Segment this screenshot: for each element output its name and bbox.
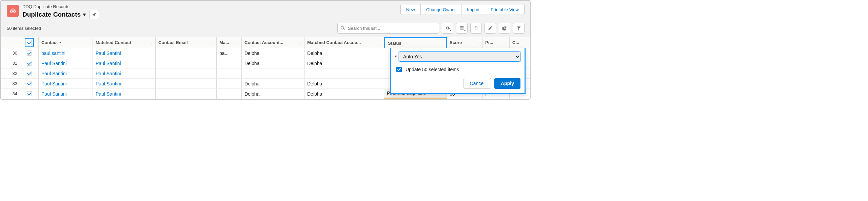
row-number: 32 — [13, 71, 17, 76]
update-selected-label: Update 50 selected items — [406, 67, 459, 72]
status-select[interactable]: Auto Yes — [399, 52, 520, 62]
col-menu-icon[interactable] — [440, 42, 444, 47]
sort-desc-icon — [59, 42, 62, 43]
matched-contact-link[interactable]: Paul Santini — [96, 81, 121, 86]
email-cell — [156, 89, 217, 99]
ma-cell — [217, 58, 242, 68]
app-icon — [7, 5, 19, 17]
select-all-checkbox[interactable] — [27, 40, 32, 45]
search-input[interactable] — [347, 25, 439, 31]
contact-link[interactable]: Paul Santini — [41, 91, 67, 97]
apply-button[interactable]: Apply — [494, 78, 520, 89]
col-menu-icon[interactable] — [87, 41, 91, 46]
gear-icon — [445, 26, 450, 31]
contact-link[interactable]: Paul Santini — [41, 81, 67, 86]
matched-contact-link[interactable]: Paul Santini — [96, 61, 121, 66]
col-status[interactable]: Status — [384, 37, 447, 48]
col-score-label: Score — [450, 40, 462, 45]
col-contact-account[interactable]: Contact Account... — [242, 37, 304, 48]
row-checkbox[interactable] — [27, 61, 32, 66]
col-contact[interactable]: Contact — [39, 37, 93, 48]
matched-contact-link[interactable]: Paul Santini — [96, 51, 121, 56]
col-contact-label: Contact — [41, 40, 58, 45]
matched-account-cell — [304, 68, 384, 78]
col-status-label: Status — [388, 41, 401, 46]
row-number: 30 — [13, 51, 17, 56]
row-number: 33 — [13, 81, 17, 86]
col-select-all[interactable] — [20, 37, 39, 48]
search-icon — [340, 26, 345, 31]
email-cell — [156, 58, 217, 68]
contact-link[interactable]: Paul Santini — [41, 71, 67, 76]
matched-account-cell: Delpha — [304, 48, 384, 58]
col-matched-account[interactable]: Matched Contact Accou... — [304, 37, 384, 48]
matched-contact-link[interactable]: Paul Santini — [96, 71, 121, 76]
ma-cell — [217, 79, 242, 88]
row-checkbox[interactable] — [27, 81, 32, 86]
object-label: DDQ Duplicate Records — [22, 4, 99, 9]
email-cell — [156, 48, 217, 58]
matched-account-cell: Delpha — [304, 89, 384, 99]
pin-button[interactable] — [90, 10, 99, 19]
col-ma-label: Ma... — [219, 40, 229, 45]
col-c-label: C... — [512, 40, 519, 45]
col-ma[interactable]: Ma... — [217, 37, 242, 48]
col-c[interactable]: C... — [510, 37, 523, 48]
update-selected-checkbox[interactable] — [396, 67, 402, 72]
contact-link[interactable]: Paul Santini — [41, 61, 67, 66]
printable-view-button[interactable]: Printable View — [485, 4, 525, 15]
list-view-name[interactable]: Duplicate Contacts — [22, 11, 81, 18]
car-icon — [9, 7, 17, 15]
email-cell — [156, 79, 217, 88]
col-pr[interactable]: Pr... — [482, 37, 510, 48]
refresh-icon — [474, 26, 478, 31]
table-icon — [459, 26, 464, 31]
pin-icon — [92, 12, 97, 17]
matched-contact-link[interactable]: Paul Santini — [96, 91, 121, 97]
matched-account-cell: Delpha — [304, 58, 384, 68]
col-matched-contact[interactable]: Matched Contact — [93, 37, 156, 48]
pie-chart-icon — [502, 26, 507, 31]
col-menu-icon[interactable] — [150, 41, 153, 46]
col-score[interactable]: Score — [447, 37, 482, 48]
display-as-button[interactable] — [456, 23, 468, 34]
search-wrap[interactable] — [337, 23, 439, 34]
row-checkbox[interactable] — [27, 71, 32, 76]
new-button[interactable]: New — [400, 4, 421, 15]
col-menu-icon[interactable] — [504, 41, 507, 46]
col-menu-icon[interactable] — [299, 41, 302, 46]
change-owner-button[interactable]: Change Owner — [421, 4, 461, 15]
cancel-button[interactable]: Cancel — [463, 78, 491, 89]
col-account-label: Contact Account... — [244, 40, 283, 45]
contact-link[interactable]: paul santini — [41, 51, 65, 56]
row-number: 34 — [13, 91, 17, 96]
account-cell: Delpha — [242, 89, 304, 99]
selection-count: 50 items selected — [7, 26, 41, 31]
required-star-icon: * — [395, 54, 397, 59]
row-checkbox[interactable] — [27, 91, 32, 96]
matched-account-cell: Delpha — [304, 79, 384, 88]
row-checkbox[interactable] — [27, 51, 32, 56]
refresh-button[interactable] — [470, 23, 482, 34]
ma-cell: pa... — [217, 48, 242, 58]
col-matched-label: Matched Contact — [96, 40, 131, 45]
col-menu-icon[interactable] — [236, 41, 239, 46]
list-view-controls-button[interactable] — [442, 23, 453, 34]
account-cell: Delpha — [242, 79, 304, 88]
filter-button[interactable] — [513, 23, 525, 34]
col-contact-email[interactable]: Contact Email — [156, 37, 217, 48]
chart-button[interactable] — [499, 23, 510, 34]
ma-cell — [217, 68, 242, 78]
col-menu-icon[interactable] — [378, 41, 382, 46]
caret-down-icon[interactable] — [83, 14, 86, 16]
col-menu-icon[interactable] — [211, 41, 214, 46]
inline-edit-button[interactable] — [485, 23, 496, 34]
col-email-label: Contact Email — [158, 40, 188, 45]
col-menu-icon[interactable] — [477, 41, 480, 46]
col-pr-label: Pr... — [485, 40, 493, 45]
col-maccount-label: Matched Contact Accou... — [307, 40, 361, 45]
account-cell — [242, 68, 304, 78]
col-rownum — [1, 37, 20, 48]
account-cell: Delpha — [242, 58, 304, 68]
import-button[interactable]: Import — [461, 4, 485, 15]
